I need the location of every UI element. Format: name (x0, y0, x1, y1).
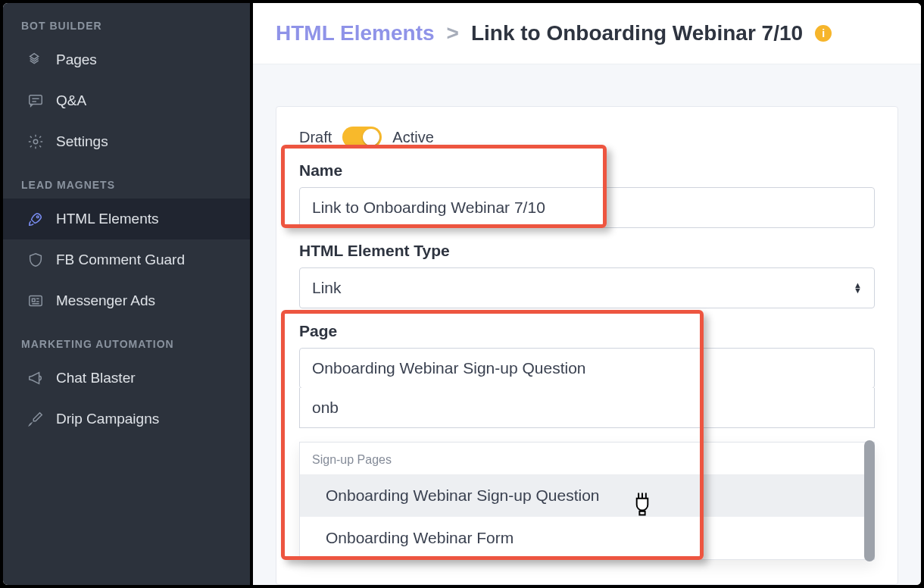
dropper-icon (27, 411, 44, 427)
name-input[interactable] (299, 187, 875, 228)
rocket-icon (27, 211, 44, 227)
sidebar-item-drip-campaigns[interactable]: Drip Campaigns (3, 399, 250, 439)
svg-rect-3 (30, 296, 42, 306)
sidebar-item-qa[interactable]: Q&A (3, 80, 250, 121)
page-label: Page (299, 322, 875, 340)
pages-icon (27, 52, 44, 68)
svg-rect-0 (30, 95, 42, 105)
sidebar-item-fb-comment-guard[interactable]: FB Comment Guard (3, 239, 250, 280)
sidebar: BOT BUILDER Pages Q&A Settings LEAD MAGN… (3, 3, 253, 585)
qa-icon (27, 92, 44, 109)
sidebar-item-chat-blaster[interactable]: Chat Blaster (3, 358, 250, 399)
sidebar-item-label: HTML Elements (56, 211, 159, 227)
sidebar-item-label: Pages (56, 52, 97, 68)
shield-icon (27, 252, 44, 268)
sidebar-item-label: Q&A (56, 92, 86, 109)
page-title: Link to Onboarding Webinar 7/10 (471, 21, 803, 45)
sidebar-item-label: Settings (56, 133, 108, 150)
dropdown-option-signup-question[interactable]: Onboarding Webinar Sign-up Question (300, 474, 874, 517)
info-icon[interactable]: i (815, 25, 832, 42)
breadcrumb-separator: > (447, 21, 459, 45)
status-row: Draft Active (299, 127, 875, 148)
sidebar-item-pages[interactable]: Pages (3, 39, 250, 80)
breadcrumb-parent[interactable]: HTML Elements (276, 21, 435, 45)
type-select[interactable]: Link ▲▼ (299, 267, 875, 308)
type-value: Link (312, 279, 342, 297)
sidebar-item-html-elements[interactable]: HTML Elements (3, 199, 250, 239)
type-label: HTML Element Type (299, 242, 875, 260)
sidebar-section-botbuilder: BOT BUILDER (3, 3, 250, 39)
status-toggle[interactable] (342, 127, 382, 148)
sidebar-item-label: Chat Blaster (56, 370, 136, 386)
page-search-input[interactable]: onb (299, 388, 875, 428)
page-dropdown: Sign-up Pages Onboarding Webinar Sign-up… (299, 442, 875, 560)
dropdown-option-webinar-form[interactable]: Onboarding Webinar Form (300, 517, 874, 559)
sidebar-item-label: FB Comment Guard (56, 252, 185, 268)
scrollbar[interactable] (864, 440, 875, 561)
dropdown-group-label: Sign-up Pages (300, 443, 874, 474)
sidebar-item-label: Messenger Ads (56, 292, 155, 309)
svg-point-1 (33, 139, 38, 144)
page-selected-value[interactable]: Onboarding Webinar Sign-up Question (299, 348, 875, 389)
name-label: Name (299, 161, 875, 180)
app-root: BOT BUILDER Pages Q&A Settings LEAD MAGN… (0, 0, 924, 588)
content-body: Draft Active Name HTML Element Type Link… (253, 64, 921, 585)
svg-point-2 (36, 216, 39, 218)
sort-arrows-icon: ▲▼ (854, 283, 862, 293)
sidebar-section-marketing: MARKETING AUTOMATION (3, 321, 250, 358)
main: HTML Elements > Link to Onboarding Webin… (253, 3, 921, 585)
sidebar-section-leadmagnets: LEAD MAGNETS (3, 162, 250, 199)
active-label: Active (392, 129, 433, 146)
sidebar-item-settings[interactable]: Settings (3, 121, 250, 162)
news-icon (27, 292, 44, 309)
breadcrumb: HTML Elements > Link to Onboarding Webin… (253, 3, 921, 64)
gear-icon (27, 133, 44, 150)
sidebar-item-label: Drip Campaigns (56, 411, 159, 427)
form-card: Draft Active Name HTML Element Type Link… (276, 106, 898, 585)
draft-label: Draft (299, 129, 332, 146)
sidebar-item-messenger-ads[interactable]: Messenger Ads (3, 280, 250, 321)
toggle-knob (363, 129, 379, 145)
bullhorn-icon (27, 370, 44, 386)
